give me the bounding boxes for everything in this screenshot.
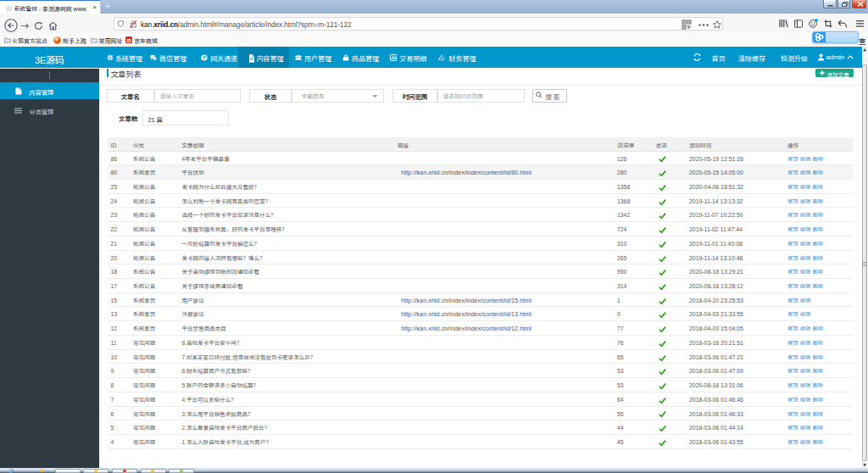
svg-text:P: P: [203, 55, 207, 60]
